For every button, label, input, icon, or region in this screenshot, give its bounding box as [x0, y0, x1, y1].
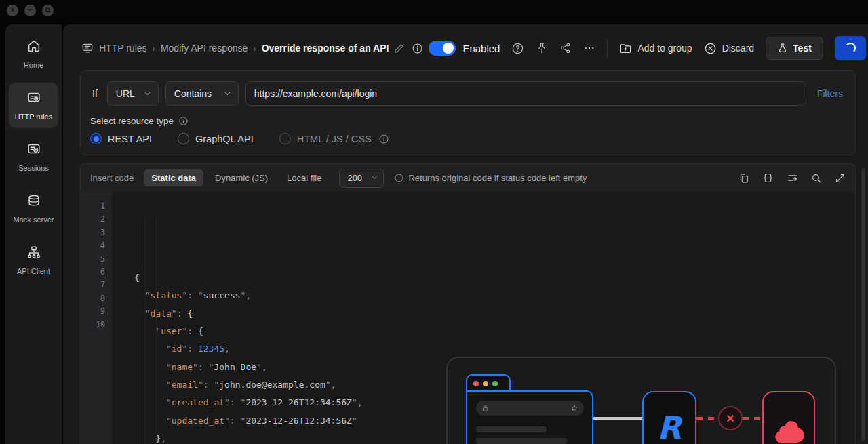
chevron-down-icon: [371, 173, 378, 183]
star-icon: [570, 404, 578, 412]
status-code-value: 200: [347, 173, 362, 183]
flask-icon: [777, 43, 788, 54]
status-code-select[interactable]: 200: [339, 169, 384, 188]
breadcrumb-rule-type[interactable]: Modify API response: [161, 43, 248, 54]
share-icon[interactable]: [559, 42, 572, 54]
sidebar-item-home[interactable]: Home: [9, 31, 58, 77]
save-loading-button[interactable]: [835, 36, 866, 60]
add-to-group-label: Add to group: [637, 43, 692, 54]
window-minimize-button[interactable]: –: [24, 5, 36, 16]
radio-icon: [279, 133, 291, 144]
radio-selected-icon: [90, 133, 102, 144]
condition-operator-value: Contains: [174, 88, 212, 99]
radio-html-js-css[interactable]: HTML / JS / CSS: [279, 133, 389, 144]
radio-label: GraphQL API: [195, 134, 254, 144]
editor-toolbar: Insert code Static data Dynamic (JS) Loc…: [81, 164, 855, 192]
indent-guide: [156, 216, 157, 444]
test-button[interactable]: Test: [766, 37, 823, 60]
pin-icon[interactable]: [536, 42, 548, 54]
circle-x-icon: [704, 42, 717, 55]
discard-button[interactable]: Discard: [704, 42, 754, 55]
window-close-button[interactable]: ×: [7, 5, 18, 16]
radio-rest-api[interactable]: REST API: [90, 133, 152, 144]
help-icon[interactable]: [511, 42, 524, 55]
format-code-icon[interactable]: [787, 172, 798, 184]
vertical-scrollbar[interactable]: [861, 168, 865, 441]
rule-condition-panel: If URL Contains Filters Select reso: [80, 70, 856, 155]
search-icon[interactable]: [811, 173, 822, 184]
traffic-light-red: [473, 381, 479, 386]
window-maximize-button[interactable]: ⧉: [42, 5, 54, 16]
condition-operator-select[interactable]: Contains: [165, 81, 239, 106]
main-content: HTTP rules › Modify API response › Overr…: [63, 24, 868, 444]
content-placeholder-bar: [476, 438, 567, 444]
home-icon: [26, 39, 41, 56]
more-options-icon[interactable]: [583, 42, 595, 54]
info-icon: [394, 173, 404, 183]
rule-name[interactable]: Override response of an API: [262, 43, 389, 54]
blocked-request-illustration: R ✕: [446, 357, 836, 444]
tab-static-data[interactable]: Static data: [144, 169, 203, 186]
lock-icon: [481, 405, 489, 412]
breadcrumb-http-rules[interactable]: HTTP rules: [99, 43, 147, 54]
radio-label: HTML / JS / CSS: [297, 134, 372, 144]
mock-server-icon: [26, 193, 41, 211]
blocked-dashed-line: [696, 417, 718, 420]
edit-pencil-icon[interactable]: [394, 43, 404, 54]
condition-key-select[interactable]: URL: [107, 81, 159, 106]
if-label: If: [92, 88, 98, 99]
monitor-icon: [81, 42, 94, 54]
sidebar-item-api-client[interactable]: API Client: [9, 237, 58, 283]
spinner-icon: [845, 43, 856, 54]
traffic-light-green: [492, 381, 498, 386]
divider: [607, 39, 608, 57]
test-label: Test: [793, 43, 812, 54]
primary-sidebar: Home HTTP rules Sessions Mock server API…: [5, 24, 62, 444]
resource-type-label: Select resource type: [90, 116, 174, 126]
add-to-group-button[interactable]: Add to group: [619, 42, 692, 55]
traffic-light-yellow: [483, 381, 488, 386]
line-number-gutter: 12345678910: [81, 192, 112, 444]
server-cloud-box: [762, 391, 815, 444]
info-icon[interactable]: [378, 134, 389, 144]
radio-label: REST API: [108, 134, 152, 144]
condition-key-value: URL: [116, 88, 135, 99]
radio-graphql-api[interactable]: GraphQL API: [178, 133, 254, 144]
blocked-x-icon: ✕: [718, 406, 743, 430]
breadcrumb-separator: ›: [153, 43, 155, 54]
copy-icon[interactable]: [738, 173, 749, 184]
code-editor-body[interactable]: 12345678910 { "status": "success", "data…: [81, 192, 855, 444]
content-placeholder-bar: [476, 426, 547, 432]
sidebar-item-label: Sessions: [18, 164, 49, 172]
sidebar-item-label: API Client: [17, 267, 50, 275]
info-icon[interactable]: [178, 116, 189, 126]
sessions-icon: [26, 142, 41, 159]
response-editor-panel: Insert code Static data Dynamic (JS) Loc…: [80, 163, 856, 444]
condition-value-input[interactable]: [245, 81, 806, 106]
tab-dynamic-js[interactable]: Dynamic (JS): [208, 169, 275, 186]
sidebar-item-label: Mock server: [14, 216, 54, 224]
toggle-knob: [443, 43, 454, 54]
enabled-toggle[interactable]: [429, 41, 456, 56]
api-client-icon: [26, 245, 41, 262]
filters-link[interactable]: Filters: [817, 88, 843, 99]
insert-code-label: Insert code: [90, 173, 134, 183]
expand-icon[interactable]: [835, 173, 846, 184]
sidebar-item-mock-server[interactable]: Mock server: [9, 186, 58, 231]
info-icon[interactable]: [412, 43, 423, 54]
address-bar-mockup: [476, 401, 584, 416]
tab-local-file[interactable]: Local file: [279, 169, 329, 186]
chevron-down-icon: [224, 88, 231, 99]
toggle-label: Enabled: [462, 43, 500, 54]
connection-line: [593, 417, 642, 420]
rule-header: HTTP rules › Modify API response › Overr…: [63, 24, 868, 69]
chevron-down-icon: [144, 88, 151, 99]
requestly-logo-box: R: [642, 391, 696, 444]
code-braces-icon[interactable]: [762, 172, 774, 184]
sidebar-item-label: HTTP rules: [15, 113, 52, 121]
folder-plus-icon: [619, 42, 632, 55]
http-rules-icon: [26, 90, 41, 108]
sidebar-item-label: Home: [24, 61, 43, 69]
sidebar-item-http-rules[interactable]: HTTP rules: [9, 83, 58, 128]
sidebar-item-sessions[interactable]: Sessions: [9, 134, 58, 180]
